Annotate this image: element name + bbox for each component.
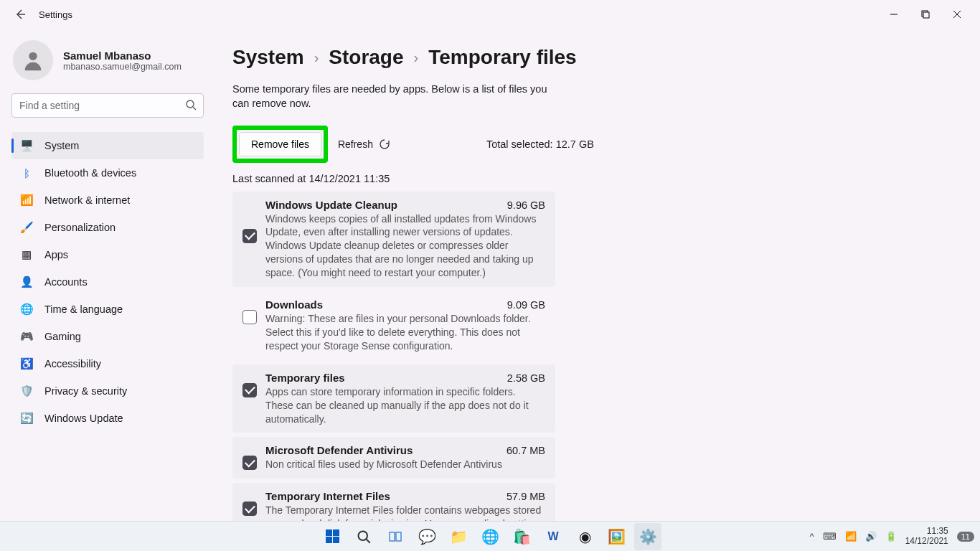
store-icon[interactable]: 🛍️ — [508, 523, 535, 550]
sidebar-item-gaming[interactable]: 🎮Gaming — [11, 323, 204, 350]
close-button[interactable] — [941, 4, 973, 25]
refresh-label: Refresh — [338, 138, 373, 150]
item-checkbox[interactable] — [242, 456, 257, 470]
taskbar-search-icon[interactable] — [350, 523, 377, 550]
storage-item: Temporary Internet Files57.9 MBThe Tempo… — [232, 483, 555, 521]
nav-label: Gaming — [44, 331, 81, 342]
sidebar-item-time-language[interactable]: 🌐Time & language — [11, 296, 204, 323]
item-size: 60.7 MB — [507, 445, 545, 456]
nav-label: Bluetooth & devices — [44, 167, 136, 179]
storage-item: Downloads9.09 GBWarning: These are files… — [232, 291, 555, 360]
nav-icon: 🖌️ — [20, 221, 33, 234]
item-description: The Temporary Internet Files folder cont… — [265, 504, 545, 521]
back-button[interactable] — [11, 6, 29, 23]
item-checkbox[interactable] — [242, 310, 257, 324]
window-title: Settings — [39, 9, 72, 20]
volume-icon[interactable]: 🔊 — [865, 531, 877, 542]
avatar — [13, 40, 53, 80]
system-tray: ^ ⌨ 📶 🔊 🔋 11:35 14/12/2021 11 — [810, 527, 974, 547]
highlight-annotation: Remove files — [232, 126, 328, 163]
start-button[interactable] — [319, 523, 346, 550]
sidebar-item-windows-update[interactable]: 🔄Windows Update — [11, 405, 204, 432]
nav-label: Accessibility — [44, 358, 101, 369]
nav-label: Privacy & security — [44, 385, 127, 397]
item-checkbox[interactable] — [242, 501, 257, 516]
svg-rect-10 — [390, 532, 395, 541]
settings-icon[interactable]: ⚙️ — [634, 523, 661, 550]
notification-badge[interactable]: 11 — [957, 532, 974, 542]
sidebar-item-bluetooth-devices[interactable]: ᛒBluetooth & devices — [11, 159, 204, 187]
user-row[interactable]: Samuel Mbanaso mbanaso.samuel@gmail.com — [11, 40, 204, 80]
arrow-left-icon — [14, 9, 26, 20]
item-size: 9.09 GB — [507, 299, 545, 311]
photos-icon[interactable]: 🖼️ — [603, 523, 630, 550]
item-list: Windows Update Cleanup9.96 GBWindows kee… — [232, 192, 555, 521]
titlebar: Settings — [0, 0, 980, 29]
nav-icon: ▦ — [20, 248, 33, 261]
nav-label: Time & language — [44, 303, 123, 315]
breadcrumb-storage[interactable]: Storage — [329, 46, 403, 69]
refresh-button[interactable]: Refresh — [338, 138, 390, 150]
nav-label: System — [44, 140, 79, 151]
search-wrap — [11, 93, 204, 118]
last-scanned: Last scanned at 14/12/2021 11:35 — [232, 173, 951, 184]
search-icon — [185, 99, 197, 113]
chevron-right-icon: › — [414, 50, 419, 66]
item-size: 9.96 GB — [507, 199, 545, 211]
nav-icon: 🌐 — [20, 303, 33, 316]
nav-icon: 🛡️ — [20, 385, 33, 397]
sidebar-item-personalization[interactable]: 🖌️Personalization — [11, 214, 204, 241]
clock[interactable]: 11:35 14/12/2021 — [905, 527, 948, 547]
chevron-right-icon: › — [314, 50, 319, 66]
sidebar-item-apps[interactable]: ▦Apps — [11, 241, 204, 268]
item-title: Temporary Internet Files — [265, 490, 390, 502]
item-checkbox[interactable] — [242, 383, 257, 397]
sidebar-item-system[interactable]: 🖥️System — [11, 132, 204, 159]
task-view-icon[interactable] — [382, 523, 409, 550]
minimize-button[interactable] — [878, 4, 910, 25]
svg-rect-2 — [923, 12, 929, 18]
search-input[interactable] — [11, 93, 204, 118]
nav-list: 🖥️SystemᛒBluetooth & devices📶Network & i… — [11, 132, 204, 432]
file-explorer-icon[interactable]: 📁 — [445, 523, 472, 550]
taskbar: 💬 📁 🌐 🛍️ W ◉ 🖼️ ⚙️ ^ ⌨ 📶 🔊 🔋 11:35 14/12… — [0, 521, 980, 551]
remove-files-button[interactable]: Remove files — [239, 132, 321, 156]
item-checkbox[interactable] — [242, 229, 257, 243]
svg-rect-11 — [396, 532, 401, 541]
item-description: Warning: These are files in your persona… — [265, 312, 545, 353]
tray-chevron-icon[interactable]: ^ — [810, 531, 814, 542]
item-title: Microsoft Defender Antivirus — [265, 444, 413, 456]
svg-point-5 — [29, 52, 37, 60]
clock-date: 14/12/2021 — [905, 537, 948, 547]
item-title: Downloads — [265, 298, 323, 311]
sidebar-item-accessibility[interactable]: ♿Accessibility — [11, 350, 204, 377]
chrome-icon[interactable]: ◉ — [571, 523, 598, 550]
edge-icon[interactable]: 🌐 — [476, 523, 504, 550]
nav-icon: 🖥️ — [20, 139, 33, 152]
word-icon[interactable]: W — [540, 523, 567, 550]
maximize-button[interactable] — [910, 4, 941, 25]
keyboard-icon[interactable]: ⌨ — [823, 531, 837, 542]
sidebar-item-accounts[interactable]: 👤Accounts — [11, 268, 204, 296]
nav-label: Windows Update — [44, 413, 123, 424]
chat-icon[interactable]: 💬 — [413, 523, 440, 550]
storage-item: Temporary files2.58 GBApps can store tem… — [232, 364, 555, 433]
sidebar-item-network-internet[interactable]: 📶Network & internet — [11, 187, 204, 214]
nav-icon: 🎮 — [20, 330, 33, 343]
svg-point-6 — [187, 100, 194, 108]
nav-label: Personalization — [44, 222, 116, 233]
breadcrumb-current: Temporary files — [428, 46, 576, 69]
nav-icon: ♿ — [20, 357, 33, 370]
sidebar: Samuel Mbanaso mbanaso.samuel@gmail.com … — [0, 29, 215, 521]
battery-icon[interactable]: 🔋 — [885, 531, 897, 542]
nav-icon: 👤 — [20, 276, 33, 288]
storage-item: Microsoft Defender Antivirus60.7 MBNon c… — [232, 437, 555, 479]
wifi-icon[interactable]: 📶 — [845, 531, 857, 542]
breadcrumb-system[interactable]: System — [232, 46, 304, 69]
item-description: Non critical files used by Microsoft Def… — [265, 458, 545, 471]
item-size: 57.9 MB — [507, 491, 545, 502]
total-selected: Total selected: 12.7 GB — [486, 138, 594, 150]
nav-label: Accounts — [44, 276, 88, 288]
nav-label: Network & internet — [44, 194, 130, 206]
sidebar-item-privacy-security[interactable]: 🛡️Privacy & security — [11, 377, 204, 405]
